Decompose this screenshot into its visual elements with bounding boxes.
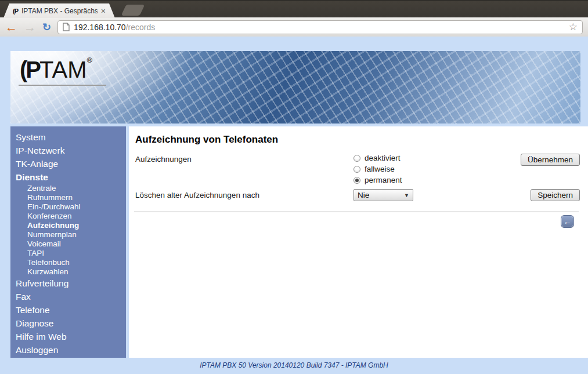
page-icon: [63, 23, 70, 31]
logo-tam-text: TAM: [39, 57, 86, 82]
page-title: Aufzeichnung von Telefonaten: [135, 134, 580, 146]
radio-fallweise-label: fallweise: [365, 165, 395, 173]
save-button[interactable]: Speichern: [531, 189, 580, 201]
browser-tab-bar: (P IPTAM PBX - Gesprächsau ×: [0, 0, 588, 17]
iptam-logo: (PTAM®: [19, 56, 106, 86]
url-text: 192.168.10.70/records: [74, 23, 155, 32]
sidebar-item-ip-netzwerk[interactable]: IP-Netzwerk: [10, 144, 126, 157]
sidebar-item-diagnose[interactable]: Diagnose: [10, 317, 126, 330]
new-tab-button[interactable]: [121, 5, 145, 16]
sidebar-nav: System IP-Netzwerk TK-Anlage Dienste Zen…: [10, 126, 126, 358]
delete-after-select[interactable]: Nie ▼: [353, 189, 413, 201]
browser-back-icon[interactable]: ←: [5, 21, 17, 33]
sidebar-item-konferenzen[interactable]: Konferenzen: [10, 212, 126, 221]
sidebar-item-aufzeichnung[interactable]: Aufzeichnung: [10, 221, 126, 230]
chevron-down-icon: ▼: [404, 193, 409, 198]
sidebar-item-dienste[interactable]: Dienste: [10, 170, 126, 184]
apply-button[interactable]: Übernehmen: [521, 154, 580, 166]
sidebar-item-tk-anlage[interactable]: TK-Anlage: [10, 157, 126, 170]
page-body: (PTAM® System IP-Netzwerk TK-Anlage Dien…: [0, 37, 588, 374]
content-panel: Aufzeichnung von Telefonaten Aufzeichnun…: [129, 126, 588, 358]
recordings-row: Aufzeichnungen deaktiviert fallweise per…: [134, 154, 580, 184]
recordings-label: Aufzeichnungen: [134, 154, 353, 164]
sidebar-item-rufverteilung[interactable]: Rufverteilung: [10, 277, 126, 290]
sidebar-item-nummernplan[interactable]: Nummernplan: [10, 230, 126, 239]
url-host: 192.168.10.70: [74, 23, 126, 32]
browser-tab[interactable]: (P IPTAM PBX - Gesprächsau ×: [3, 3, 115, 18]
sidebar-item-voicemail[interactable]: Voicemail: [10, 239, 126, 249]
bookmark-star-icon[interactable]: ☆: [569, 22, 578, 32]
address-bar[interactable]: 192.168.10.70/records ☆: [57, 20, 583, 34]
browser-toolbar: ← → ↻ 192.168.10.70/records ☆: [0, 17, 588, 37]
delete-after-row: Löschen alter Aufzeichnungen nach Nie ▼ …: [134, 189, 580, 201]
radio-option-deaktiviert[interactable]: deaktiviert: [353, 154, 402, 162]
tab-title: IPTAM PBX - Gesprächsau: [21, 7, 98, 15]
radio-option-fallweise[interactable]: fallweise: [353, 165, 402, 173]
iptam-favicon-icon: (P: [13, 8, 18, 14]
page-back-button[interactable]: ←: [561, 215, 574, 228]
radio-fallweise-icon[interactable]: [353, 166, 360, 173]
sidebar-item-ausloggen[interactable]: Ausloggen: [10, 343, 126, 357]
footer-version-text: IPTAM PBX 50 Version 20140120 Build 7347…: [0, 361, 588, 369]
logo-ip-mark: (P: [20, 57, 39, 82]
sidebar-item-telefone[interactable]: Telefone: [10, 303, 126, 317]
radio-option-permanent[interactable]: permanent: [353, 176, 402, 184]
browser-reload-icon[interactable]: ↻: [42, 21, 51, 34]
back-row: ←: [134, 215, 580, 228]
sidebar-item-fax[interactable]: Fax: [10, 290, 126, 303]
header-banner: (PTAM®: [10, 51, 580, 124]
sidebar-item-kurzwahlen[interactable]: Kurzwahlen: [10, 267, 126, 277]
tab-close-icon[interactable]: ×: [101, 7, 106, 15]
sidebar-item-zentrale[interactable]: Zentrale: [10, 184, 126, 193]
delete-after-select-value: Nie: [358, 191, 369, 199]
logo-registered-mark: ®: [86, 56, 92, 64]
browser-forward-icon[interactable]: →: [24, 21, 36, 33]
sidebar-item-ein-durchwahl[interactable]: Ein-/Durchwahl: [10, 202, 126, 212]
url-path: /records: [126, 23, 156, 32]
radio-deaktiviert-icon[interactable]: [353, 155, 360, 162]
delete-after-label: Löschen alter Aufzeichnungen nach: [134, 191, 353, 199]
sidebar-item-system[interactable]: System: [10, 130, 126, 144]
sidebar-item-telefonbuch[interactable]: Telefonbuch: [10, 258, 126, 267]
radio-permanent-icon[interactable]: [353, 177, 360, 184]
radio-deaktiviert-label: deaktiviert: [365, 154, 401, 162]
sidebar-item-tapi[interactable]: TAPI: [10, 249, 126, 258]
sidebar-item-rufnummern[interactable]: Rufnummern: [10, 193, 126, 202]
content-divider: [134, 212, 579, 212]
sidebar-item-hilfe-im-web[interactable]: Hilfe im Web: [10, 330, 126, 343]
recordings-radio-group: deaktiviert fallweise permanent: [353, 154, 402, 184]
radio-permanent-label: permanent: [365, 176, 402, 184]
